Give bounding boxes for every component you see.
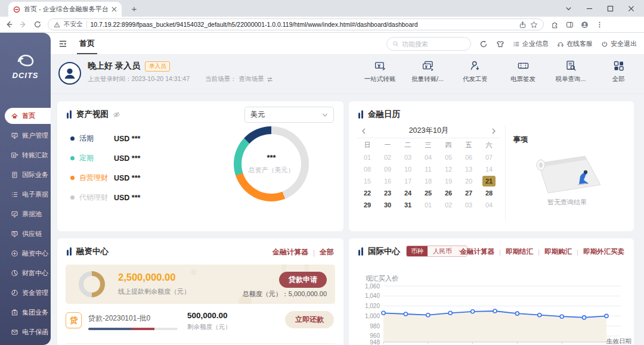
sidebar-item-home[interactable]: 首页 (5, 108, 51, 124)
eye-off-icon[interactable] (113, 111, 120, 119)
calendar-day[interactable]: 03 (398, 151, 418, 163)
menu-dots-icon[interactable] (596, 21, 603, 29)
search-input[interactable] (402, 41, 462, 48)
wealth-icon (11, 269, 18, 277)
international-link-0[interactable]: 金融计算器 (460, 247, 495, 256)
calendar-day[interactable]: 25 (418, 187, 438, 199)
calendar-day[interactable]: 13 (459, 163, 479, 175)
window-close-icon[interactable] (628, 5, 634, 12)
swap-icon[interactable] (267, 76, 273, 83)
sidebar-item-4[interactable]: 电子票据 (5, 187, 51, 203)
window-maximize-icon[interactable] (607, 5, 614, 12)
finance-calendar-card: 金融日历 2023年10月 日一二三四五六 010203040506070809… (349, 101, 634, 231)
currency-select[interactable]: 美元 (244, 107, 334, 123)
calendar-day[interactable]: 31 (398, 199, 418, 211)
international-link-2[interactable]: 即期购汇 (544, 247, 572, 256)
loan-apply-button[interactable]: 贷款申请 (279, 272, 327, 288)
calendar-day[interactable]: 28 (479, 187, 499, 199)
tab-close-icon[interactable] (112, 7, 117, 12)
calendar-day[interactable]: 05 (438, 151, 459, 163)
calendar-day[interactable]: 26 (438, 187, 459, 199)
calendar-day[interactable]: 02 (438, 199, 459, 211)
sidebar-item-1[interactable]: 账户管理 (5, 128, 51, 144)
sidebar-item-10[interactable]: 集团业务 (5, 304, 51, 321)
sidebar-item-11[interactable]: 电子保函 (5, 324, 51, 340)
international-link-1[interactable]: 即期结汇 (506, 247, 533, 256)
address-bar[interactable]: 不安全 10.7.19.22:8999/fpaas_bucket/9415403… (48, 18, 544, 30)
quick-action[interactable]: 批量转账/... (410, 60, 445, 83)
calendar-day[interactable]: 27 (459, 187, 479, 199)
sidebar-item-3[interactable]: 国际业务 (5, 167, 51, 183)
calendar-day[interactable]: 29 (357, 199, 377, 211)
calendar-day-selected[interactable]: 21 (482, 176, 496, 187)
calendar-day[interactable]: 19 (438, 175, 459, 187)
calendar-day[interactable]: 14 (479, 163, 499, 175)
forward-icon[interactable] (19, 20, 27, 29)
calendar-day[interactable]: 04 (418, 151, 438, 163)
calendar-day[interactable]: 16 (377, 175, 398, 187)
back-icon[interactable] (5, 20, 13, 29)
theme-icon[interactable] (496, 40, 504, 48)
calendar-day[interactable]: 20 (459, 175, 479, 187)
currency-type-label: 币种 (407, 245, 428, 257)
window-minimize-icon[interactable] (586, 5, 593, 12)
sidebar-item-2[interactable]: 转账汇款 (5, 147, 51, 163)
brand-swirl-icon (14, 52, 38, 70)
calendar-day[interactable]: 08 (357, 163, 377, 175)
calendar-day[interactable]: 04 (479, 199, 499, 211)
window-chevron-icon[interactable] (565, 5, 572, 12)
browser-tab[interactable]: 首页 - 企业综合金融服务平台 (8, 2, 122, 17)
header-action-headset[interactable]: 在线客服 (557, 39, 593, 48)
calendar-day[interactable]: 11 (418, 163, 438, 175)
repay-now-button[interactable]: 立即还款 (285, 311, 334, 328)
tab-home[interactable]: 首页 (77, 33, 97, 54)
calendar-day[interactable]: 01 (418, 199, 438, 211)
currency-type-select[interactable]: 币种 人民币 (406, 245, 467, 257)
profile-icon[interactable] (581, 21, 589, 29)
calendar-day[interactable]: 12 (438, 163, 459, 175)
sidebar-item-8[interactable]: 财富中心 (5, 265, 51, 281)
quick-action[interactable]: 电票签发 (506, 60, 540, 83)
sidebar-item-9[interactable]: 资金管理 (5, 285, 51, 301)
refresh-icon[interactable] (479, 40, 488, 48)
sidebar-item-5[interactable]: 票据池 (5, 206, 51, 222)
chevron-right-icon[interactable] (491, 128, 497, 134)
share-icon[interactable] (519, 21, 527, 29)
calendar-day[interactable]: 23 (377, 187, 398, 199)
calendar-day[interactable]: 02 (377, 151, 398, 163)
collapse-menu-icon[interactable] (58, 39, 67, 48)
sidebar-item-6[interactable]: 供应链 (5, 226, 51, 242)
financing-link-0[interactable]: 金融计算器 (273, 247, 308, 257)
calendar-day[interactable]: 17 (398, 175, 418, 187)
calendar-day[interactable]: 03 (459, 199, 479, 211)
header-action-power[interactable]: 安全退出 (601, 39, 637, 48)
side-panel-icon[interactable] (566, 21, 574, 29)
bookmark-star-icon[interactable] (530, 21, 538, 29)
calendar-day[interactable]: 09 (377, 163, 398, 175)
greeting-title: 晚上好 录入员 录入员 (88, 61, 170, 72)
calendar-day[interactable]: 30 (377, 199, 398, 211)
sidebar-item-7[interactable]: 融资中心 (5, 245, 51, 262)
reload-icon[interactable] (33, 20, 42, 29)
calendar-day[interactable]: 06 (459, 151, 479, 163)
calendar-day[interactable]: 15 (357, 175, 377, 187)
calendar-day[interactable]: 18 (418, 175, 438, 187)
calendar-day[interactable]: 22 (357, 187, 377, 199)
quick-action[interactable]: 一站式转账 (363, 60, 397, 83)
calendar-day[interactable]: 24 (398, 187, 418, 199)
quick-action[interactable]: 代发工资 (458, 60, 493, 83)
calendar-day[interactable]: 01 (357, 151, 377, 163)
international-link-3[interactable]: 即期外汇买卖 (583, 247, 624, 256)
new-tab-button[interactable]: + (129, 4, 140, 14)
svg-text:980: 980 (370, 323, 380, 330)
quick-action[interactable]: 全部 (601, 60, 636, 83)
chevron-left-icon[interactable] (361, 128, 367, 134)
calendar-day[interactable]: 07 (479, 151, 499, 163)
header-action-list[interactable]: 企业信息 (513, 39, 549, 48)
function-search[interactable] (386, 37, 471, 51)
extensions-icon[interactable] (551, 21, 559, 29)
financing-link-1[interactable]: 全部 (320, 247, 334, 257)
quick-action[interactable]: 税单查询... (553, 60, 588, 83)
header-action-label: 安全退出 (611, 39, 637, 48)
calendar-day[interactable]: 10 (398, 163, 418, 175)
